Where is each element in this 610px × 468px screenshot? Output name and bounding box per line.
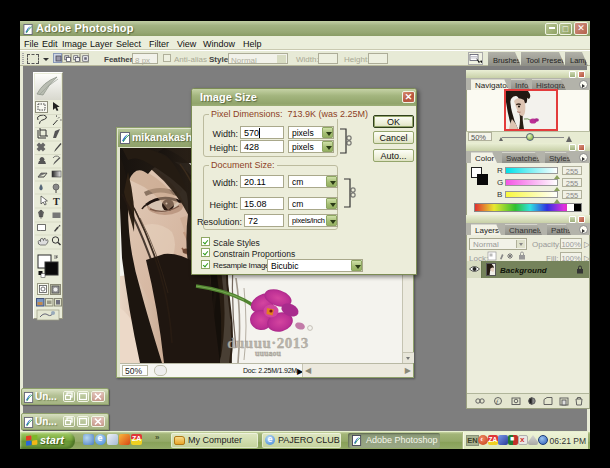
svg-text:uuuaou: uuuaou	[255, 349, 281, 358]
svg-text:T: T	[53, 196, 60, 207]
